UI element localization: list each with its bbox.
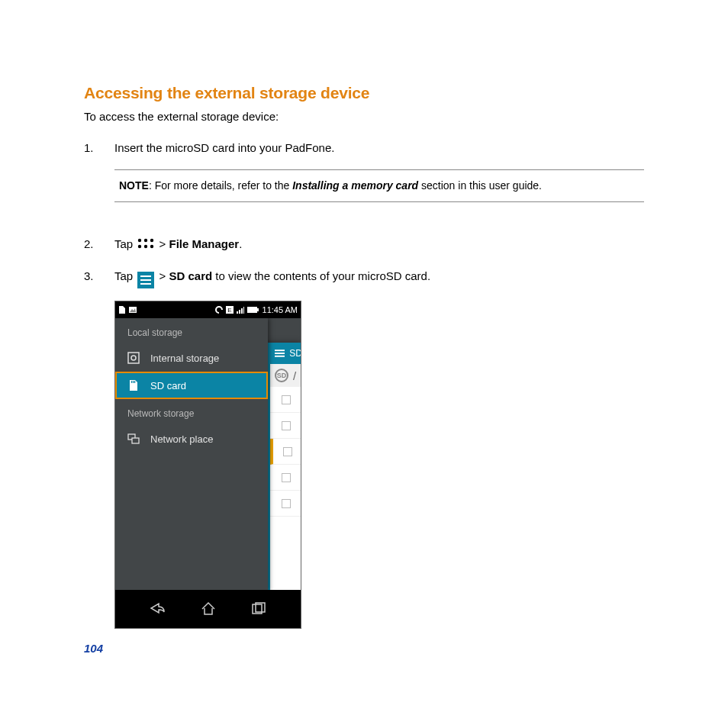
panel-header[interactable]: SD	[270, 343, 301, 364]
drawer-item-label: SD card	[150, 380, 186, 391]
checkbox[interactable]	[282, 473, 291, 482]
svg-rect-7	[140, 279, 151, 281]
network-place-icon	[127, 433, 140, 445]
phone-screenshot: E 11:45 AM SD SD /	[114, 301, 301, 629]
drawer-item-label: Network place	[150, 433, 213, 445]
recent-icon[interactable]	[250, 600, 268, 618]
svg-rect-20	[275, 353, 285, 354]
step-1: 1. Insert the microSD card into your Pad…	[84, 140, 644, 221]
list-row[interactable]	[270, 413, 301, 439]
hamburger-icon	[137, 272, 154, 288]
svg-rect-19	[275, 350, 285, 351]
hamburger-icon	[275, 350, 285, 357]
panel-title: SD	[289, 348, 301, 359]
svg-rect-28	[132, 438, 139, 443]
list-row[interactable]	[270, 465, 301, 491]
list-row[interactable]	[270, 387, 301, 413]
sd-crumb-icon: SD	[275, 369, 288, 382]
step-1-text: Insert the microSD card into your PadFon…	[114, 141, 334, 154]
step-3d: to view the contents of your microSD car…	[212, 269, 430, 282]
breadcrumb[interactable]: SD /	[270, 364, 301, 387]
step-3c: SD card	[169, 269, 212, 282]
e-badge-icon: E	[226, 306, 234, 314]
svg-point-1	[144, 238, 147, 241]
step-2c: File Manager	[169, 237, 239, 250]
step-3a: Tap	[114, 269, 136, 282]
note-em: Installing a memory card	[292, 179, 418, 192]
checkbox[interactable]	[282, 499, 291, 508]
list-row[interactable]	[270, 439, 301, 465]
doc-icon	[118, 306, 126, 314]
drawer-item-label: Internal storage	[150, 353, 219, 364]
svg-rect-14	[239, 310, 240, 314]
svg-rect-21	[275, 356, 285, 357]
back-icon[interactable]	[148, 600, 166, 618]
svg-rect-24	[131, 381, 132, 383]
nav-drawer: Local storage Internal storage SD card N…	[115, 318, 268, 591]
step-2: 2. Tap > File Manager.	[84, 236, 644, 253]
sd-card-icon	[127, 379, 140, 391]
svg-rect-15	[241, 308, 243, 314]
svg-rect-22	[128, 353, 139, 363]
svg-point-5	[150, 244, 153, 247]
intro-text: To access the external storage device:	[84, 110, 644, 123]
step-2b: >	[159, 237, 169, 250]
drawer-section-local: Local storage	[115, 318, 268, 344]
list-row[interactable]	[270, 491, 301, 517]
note-tail: section in this user guide.	[418, 179, 542, 192]
image-icon	[129, 306, 137, 314]
svg-rect-13	[237, 311, 238, 314]
file-list-panel: SD SD /	[268, 343, 301, 591]
drawer-item-network-place[interactable]: Network place	[115, 425, 268, 453]
svg-point-23	[131, 356, 136, 360]
svg-rect-26	[134, 381, 135, 383]
svg-rect-8	[140, 283, 151, 285]
note-sep: : For more details, refer to the	[149, 179, 292, 192]
drawer-section-network: Network storage	[115, 399, 268, 425]
drawer-item-sd-card[interactable]: SD card	[115, 372, 268, 399]
svg-rect-16	[243, 307, 244, 314]
sync-icon	[215, 306, 223, 314]
step-number: 1.	[84, 140, 95, 157]
page-number: 104	[84, 642, 103, 655]
svg-rect-18	[257, 308, 259, 311]
svg-text:E: E	[227, 307, 231, 314]
signal-icon	[237, 306, 244, 314]
drawer-item-internal-storage[interactable]: Internal storage	[115, 344, 268, 372]
checkbox[interactable]	[283, 447, 292, 456]
step-number: 2.	[84, 236, 95, 253]
nav-bar	[115, 590, 301, 628]
step-3b: >	[159, 269, 169, 282]
svg-point-3	[138, 244, 141, 247]
svg-rect-6	[140, 275, 151, 277]
checkbox[interactable]	[282, 421, 291, 430]
note-box: NOTE: For more details, refer to the Ins…	[114, 169, 644, 202]
svg-point-2	[150, 238, 153, 241]
svg-rect-17	[247, 307, 257, 313]
section-heading: Accessing the external storage device	[84, 84, 644, 102]
svg-rect-25	[133, 381, 134, 383]
battery-icon	[247, 306, 259, 314]
internal-storage-icon	[127, 352, 140, 364]
svg-point-4	[144, 244, 147, 247]
step-2a: Tap	[114, 237, 136, 250]
status-time: 11:45 AM	[263, 305, 298, 314]
step-2d: .	[239, 237, 242, 250]
step-3: 3. Tap > SD card to view the contents of…	[84, 268, 644, 285]
svg-point-0	[138, 238, 141, 241]
apps-grid-icon	[137, 238, 154, 249]
checkbox[interactable]	[282, 395, 291, 404]
step-number: 3.	[84, 268, 95, 285]
note-label: NOTE	[119, 179, 149, 192]
crumb-root: /	[293, 369, 296, 382]
status-bar: E 11:45 AM	[115, 301, 301, 318]
home-icon[interactable]	[199, 600, 217, 618]
